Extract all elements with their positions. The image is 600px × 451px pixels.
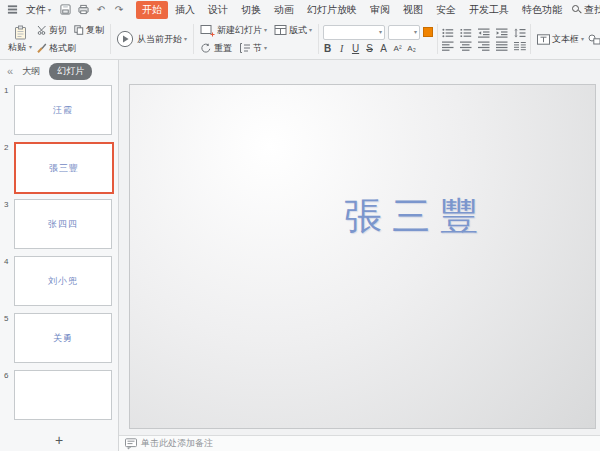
chevron-down-icon: ▾ (309, 27, 312, 33)
align-right-button[interactable] (478, 41, 490, 51)
underline-button[interactable]: U (351, 43, 360, 54)
slide-panel: « 大纲 幻灯片 1 汪霞 2 張三豐 3 张四四 4 (0, 60, 119, 451)
slide-thumbnail-title: 張三豐 (49, 162, 79, 175)
undo-icon: ↶ (97, 4, 105, 15)
slide-thumbnail-box: 关勇 (14, 313, 112, 363)
ribbon-separator (318, 24, 319, 54)
bold-button[interactable]: B (323, 43, 332, 54)
textbox-label: 文本框 (552, 33, 579, 46)
slide-thumbnail-title: 汪霞 (53, 104, 73, 117)
copy-button[interactable]: 复制 (72, 23, 106, 38)
ribbon-separator (110, 24, 111, 54)
format-painter-button[interactable]: 格式刷 (35, 41, 78, 56)
textbox-button[interactable]: 文本框 ▾ (535, 32, 586, 47)
reset-label: 重置 (214, 42, 232, 55)
chevron-down-icon: ▾ (29, 44, 32, 50)
collapse-panel-button[interactable]: « (7, 65, 13, 77)
tab-design[interactable]: 设计 (202, 1, 234, 19)
section-button[interactable]: 节 ▾ (237, 41, 269, 56)
font-name-combo[interactable]: ▾ (323, 25, 385, 40)
tab-review[interactable]: 审阅 (364, 1, 396, 19)
reset-button[interactable]: 重置 (198, 41, 234, 56)
notes-bar[interactable]: 单击此处添加备注 (119, 435, 600, 451)
paste-label-row: 粘贴 ▾ (8, 41, 32, 54)
tab-transitions[interactable]: 切换 (235, 1, 267, 19)
new-slide-label: 新建幻灯片 (217, 24, 262, 37)
editor-area: 張三豐 单击此处添加备注 (119, 60, 600, 451)
from-current-label: 从当前开始 (137, 33, 182, 46)
cut-label: 剪切 (49, 24, 67, 37)
slide-thumbnail[interactable]: 6 (0, 370, 118, 418)
redo-button[interactable]: ↷ (112, 3, 126, 17)
find-button[interactable]: 查找 (572, 3, 600, 17)
section-label: 节 (253, 42, 262, 55)
increase-indent-button[interactable] (496, 28, 508, 38)
tab-insert[interactable]: 插入 (169, 1, 201, 19)
tab-security[interactable]: 安全 (430, 1, 462, 19)
paste-button[interactable]: 粘贴 ▾ (5, 25, 35, 54)
slide-canvas[interactable]: 張三豐 (129, 84, 596, 429)
format-painter-label: 格式刷 (49, 42, 76, 55)
add-slide-button[interactable]: + (0, 429, 118, 451)
slide-thumbnail-box: 汪霞 (14, 85, 112, 135)
subscript-button[interactable]: A₂ (407, 44, 416, 53)
tab-view[interactable]: 视图 (397, 1, 429, 19)
slide-thumbnail-selected[interactable]: 2 張三豐 (0, 142, 118, 190)
new-slide-button[interactable]: 新建幻灯片 ▾ (198, 23, 269, 38)
font-color-button[interactable]: A (379, 43, 388, 54)
cut-button[interactable]: 剪切 (35, 23, 69, 38)
strikethrough-button[interactable]: S (365, 43, 374, 54)
bullet-list-button[interactable] (442, 28, 454, 38)
ribbon-separator (193, 24, 194, 54)
ribbon: 粘贴 ▾ 剪切 复制 (0, 19, 600, 60)
ribbon-separator (437, 24, 438, 54)
chevron-down-icon: ▾ (48, 7, 51, 13)
slide-panel-header: « 大纲 幻灯片 (0, 60, 118, 82)
tab-devtools[interactable]: 开发工具 (463, 1, 515, 19)
tab-features[interactable]: 特色功能 (516, 1, 568, 19)
save-button[interactable] (58, 3, 72, 17)
tab-home[interactable]: 开始 (136, 1, 168, 19)
tab-slides[interactable]: 幻灯片 (49, 63, 92, 80)
tab-animations[interactable]: 动画 (268, 1, 300, 19)
app-menu-icon[interactable] (5, 3, 19, 17)
slide-thumbnail-list: 1 汪霞 2 張三豐 3 张四四 4 刘小兜 5 关勇 (0, 82, 118, 429)
slide-thumbnail-title: 关勇 (53, 332, 73, 345)
undo-button[interactable]: ↶ (94, 3, 108, 17)
from-current-button[interactable]: 从当前开始 ▾ (135, 32, 189, 47)
slide-thumbnail[interactable]: 5 关勇 (0, 313, 118, 361)
columns-button[interactable] (514, 41, 526, 51)
chevron-down-icon: ▾ (414, 29, 417, 35)
ribbon-separator (530, 24, 531, 54)
play-from-current-icon-button[interactable] (115, 29, 135, 49)
numbered-list-button[interactable] (460, 28, 472, 38)
decrease-indent-button[interactable] (478, 28, 490, 38)
shapes-button[interactable]: 形状 ▾ (586, 32, 600, 47)
italic-button[interactable]: I (337, 43, 346, 54)
line-spacing-button[interactable] (514, 28, 526, 38)
font-size-combo[interactable]: ▾ (388, 25, 420, 40)
file-menu-button[interactable]: 文件 ▾ (23, 2, 54, 18)
notes-icon (125, 438, 137, 450)
slide-thumbnail[interactable]: 3 张四四 (0, 199, 118, 247)
align-left-button[interactable] (442, 41, 454, 51)
align-center-button[interactable] (460, 41, 472, 51)
slide-thumbnail[interactable]: 4 刘小兜 (0, 256, 118, 304)
ribbon-tabs: 开始 插入 设计 切换 动画 幻灯片放映 审阅 视图 安全 开发工具 特色功能 (136, 1, 568, 19)
slide-title-textbox[interactable]: 張三豐 (344, 191, 488, 242)
tab-outline[interactable]: 大纲 (22, 65, 40, 78)
layout-label: 版式 (289, 24, 307, 37)
print-button[interactable] (76, 3, 90, 17)
find-label: 查找 (584, 3, 600, 17)
slide-number: 5 (4, 314, 8, 323)
slide-thumbnail[interactable]: 1 汪霞 (0, 85, 118, 133)
superscript-button[interactable]: A² (393, 44, 402, 53)
justify-button[interactable] (496, 41, 508, 51)
tab-slideshow[interactable]: 幻灯片放映 (301, 1, 363, 19)
menu-tab-bar: 文件 ▾ ↶ ↷ 开始 插入 设计 切换 动画 幻灯片放映 审阅 视图 安全 开… (0, 0, 600, 19)
layout-button[interactable]: 版式 ▾ (272, 23, 314, 38)
highlight-color-chip[interactable] (423, 27, 433, 37)
insert-group: 文本框 ▾ 形状 ▾ (532, 20, 600, 58)
chevron-down-icon: ▾ (379, 29, 382, 35)
slide-number: 3 (4, 200, 8, 209)
